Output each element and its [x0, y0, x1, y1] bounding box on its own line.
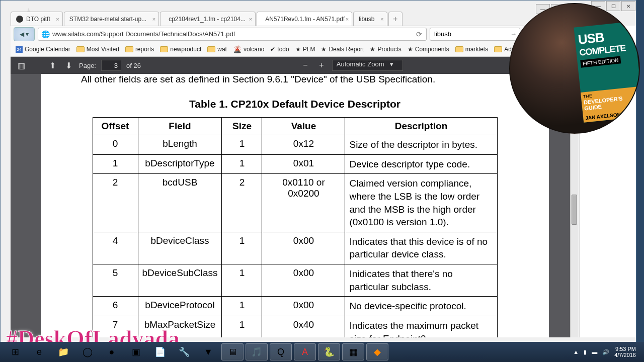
col-size: Size	[222, 118, 262, 135]
taskbar-acrobat-icon[interactable]: A	[294, 343, 316, 360]
body-text: All other fields are set as defined in S…	[81, 74, 509, 85]
close-icon[interactable]: ×	[380, 16, 383, 22]
star-icon: ★	[295, 46, 301, 53]
col-description: Description	[345, 118, 497, 135]
new-tab-button[interactable]: +	[388, 12, 403, 26]
windows-taskbar: ⊞ e 📁 ◯ ● ▣ 📄 🔧 ▼ 🖥 🎵 Q A 🐍 ▦ ◆ ▲ ▮ ▬ 🔊 …	[0, 342, 644, 362]
page-number-input[interactable]	[101, 60, 121, 71]
zoom-in-icon[interactable]: +	[316, 60, 327, 71]
cell-size: 1	[222, 297, 262, 316]
close-icon[interactable]: ×	[152, 16, 155, 22]
taskbar-explorer-icon[interactable]: 📁	[52, 343, 74, 360]
cell-value: 0x00	[262, 232, 345, 264]
cell-field: bDeviceProtocol	[138, 297, 222, 316]
tray-network-icon[interactable]: ▬	[592, 349, 597, 355]
star-icon: ★	[321, 46, 327, 53]
cell-description: Device descriptor type code.	[345, 154, 497, 174]
folder-icon	[494, 46, 502, 52]
close-icon[interactable]: ×	[249, 16, 252, 22]
taskbar-python-icon[interactable]: 🐍	[318, 343, 340, 360]
star-icon: ★	[370, 46, 375, 53]
cell-value: 0x00	[262, 297, 345, 316]
close-icon[interactable]: ×	[56, 16, 59, 22]
table-row: 1bDescriptorType10x01Device descriptor t…	[93, 154, 497, 174]
cell-size: 1	[222, 135, 262, 155]
table-header-row: Offset Field Size Value Description	[93, 118, 497, 135]
sidebar-toggle-icon[interactable]: ▥	[16, 60, 27, 71]
cell-description: Indicates the maximum packet size for En…	[345, 316, 497, 337]
bookmark-newproduct[interactable]: newproduct	[158, 45, 203, 54]
taskbar-app-icon[interactable]: ◆	[366, 343, 388, 360]
taskbar-app-icon[interactable]: ●	[101, 343, 123, 360]
taskbar-itunes-icon[interactable]: 🎵	[246, 343, 268, 360]
cell-offset: 2	[93, 174, 138, 232]
address-bar[interactable]: 🌐 www.silabs.com/Support Documents/Techn…	[38, 28, 427, 41]
taskbar-chrome-icon[interactable]: ◯	[76, 343, 99, 360]
folder-icon	[160, 46, 168, 52]
tab-label: DTO pitft	[26, 16, 50, 23]
taskbar-app-icon[interactable]: 🔧	[173, 343, 195, 360]
tab-libusb[interactable]: libusb×	[353, 12, 387, 26]
table-title: Table 1. CP210x Default Device Descripto…	[81, 98, 509, 110]
search-go-icon[interactable]: →	[510, 30, 517, 38]
bookmark-products[interactable]: ★Products	[368, 45, 403, 54]
taskbar-app-icon[interactable]: ▼	[197, 343, 219, 360]
cell-value: 0x40	[262, 316, 345, 337]
table-row: 4bDeviceClass10x00Indicates that this de…	[93, 232, 497, 264]
cell-value: 0x00	[262, 264, 345, 297]
close-button[interactable]: ✕	[621, 1, 635, 11]
bookmark-plm[interactable]: ★PLM	[293, 45, 317, 54]
taskbar-ie-icon[interactable]: e	[28, 343, 50, 360]
col-value: Value	[262, 118, 345, 135]
tray-icon[interactable]: ▮	[584, 349, 587, 355]
tray-volume-icon[interactable]: 🔊	[602, 349, 609, 355]
start-button[interactable]: ⊞	[4, 343, 26, 360]
bookmark-google-calendar[interactable]: 24Google Calendar	[14, 45, 72, 54]
cell-size: 2	[222, 174, 262, 232]
col-field: Field	[138, 118, 222, 135]
bookmark-deals-report[interactable]: ★Deals Report	[319, 45, 366, 54]
chevron-down-icon: ▾	[390, 60, 393, 68]
zoom-select[interactable]: Automatic Zoom ▾	[332, 60, 403, 71]
bookmark-marklets[interactable]: marklets	[453, 45, 490, 54]
pdf-viewport[interactable]: All other fields are set as defined in S…	[11, 74, 578, 337]
scrollbar-thumb[interactable]	[572, 195, 577, 225]
taskbar-app-icon[interactable]: 🖥	[221, 343, 244, 360]
col-offset: Offset	[93, 118, 138, 135]
tab-an571[interactable]: AN571Rev0.1.fm - AN571.pdf×	[257, 12, 352, 26]
cell-size: 1	[222, 264, 262, 297]
bookmark-volcano[interactable]: 🌋volcano	[231, 44, 266, 54]
cell-offset: 6	[93, 297, 138, 316]
bookmark-most-visited[interactable]: Most Visited	[74, 45, 121, 54]
bookmark-wat[interactable]: wat	[205, 45, 229, 54]
cell-value: 0x0110 or 0x0200	[262, 174, 345, 232]
page-down-icon[interactable]: ⬇	[63, 60, 74, 71]
tab-label: cp2104rev1_1.fm - cp2104...	[169, 16, 246, 23]
close-icon[interactable]: ×	[346, 16, 349, 22]
url-text: www.silabs.com/Support Documents/Technic…	[52, 30, 235, 38]
cell-field: bDescriptorType	[138, 154, 222, 174]
tab-cp2104[interactable]: cp2104rev1_1.fm - cp2104...×	[160, 12, 256, 26]
bookmark-components[interactable]: ★Components	[406, 45, 451, 54]
search-input[interactable]: libusb →	[430, 28, 520, 41]
zoom-out-icon[interactable]: −	[300, 60, 311, 71]
taskbar-app-icon[interactable]: 📄	[149, 343, 171, 360]
bookmark-todo[interactable]: ✔todo	[268, 45, 291, 54]
back-forward-button[interactable]: ◀ ▾	[14, 27, 35, 41]
maximize-button[interactable]: ☐	[606, 1, 620, 11]
cell-description: No device-specific protocol.	[345, 297, 497, 316]
folder-icon	[125, 46, 133, 52]
taskbar-app-icon[interactable]: ▣	[125, 343, 147, 360]
bookmark-reports[interactable]: reports	[123, 45, 156, 54]
tab-stm32[interactable]: STM32 bare-metal start-up...×	[64, 12, 159, 26]
page-up-icon[interactable]: ⬆	[47, 60, 58, 71]
taskbar-app-icon[interactable]: Q	[270, 343, 292, 360]
taskbar-clock[interactable]: 9:53 PM 4/7/2016	[614, 346, 636, 358]
book-edition: FIFTH EDITION	[580, 56, 621, 67]
tab-label: libusb	[359, 16, 374, 23]
taskbar-app-icon[interactable]: ▦	[342, 343, 364, 360]
tab-dto-pitft[interactable]: DTO pitft×	[11, 12, 63, 26]
cell-size: 1	[222, 316, 262, 337]
reload-icon[interactable]: ⟳	[416, 30, 422, 38]
tray-up-icon[interactable]: ▲	[573, 349, 579, 355]
